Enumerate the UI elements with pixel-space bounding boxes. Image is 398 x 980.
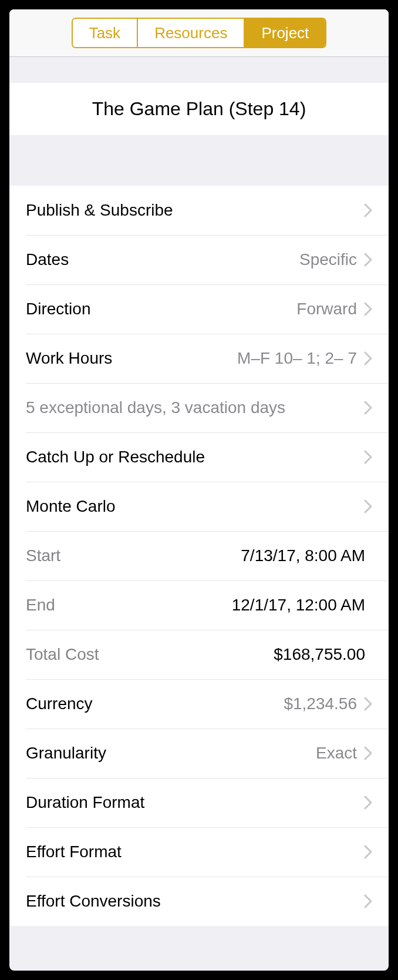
row-currency[interactable]: Currency $1,234.56 bbox=[9, 679, 389, 729]
row-label: Effort Conversions bbox=[26, 892, 364, 911]
row-publish-subscribe[interactable]: Publish & Subscribe bbox=[9, 186, 389, 235]
row-label: Dates bbox=[26, 250, 299, 269]
row-value: Specific bbox=[299, 250, 357, 269]
row-duration-format[interactable]: Duration Format bbox=[9, 778, 389, 827]
row-value: 7/13/17, 8:00 AM bbox=[241, 546, 365, 565]
chevron-right-icon bbox=[364, 351, 372, 365]
row-start: Start 7/13/17, 8:00 AM bbox=[9, 531, 389, 580]
row-value: M–F 10– 1; 2– 7 bbox=[237, 349, 357, 368]
chevron-right-icon bbox=[364, 203, 372, 217]
row-end: End 12/1/17, 12:00 AM bbox=[9, 580, 389, 630]
row-label: Total Cost bbox=[26, 645, 274, 664]
chevron-right-icon bbox=[364, 401, 372, 415]
chevron-right-icon bbox=[364, 253, 372, 267]
row-label: Direction bbox=[26, 300, 296, 318]
tab-project[interactable]: Project bbox=[245, 19, 325, 47]
row-catch-up-reschedule[interactable]: Catch Up or Reschedule bbox=[9, 432, 389, 482]
chevron-right-icon bbox=[364, 302, 372, 316]
settings-group: Publish & Subscribe Dates Specific Direc… bbox=[9, 186, 389, 926]
row-effort-format[interactable]: Effort Format bbox=[9, 827, 389, 877]
row-monte-carlo[interactable]: Monte Carlo bbox=[9, 482, 389, 531]
row-label: Effort Format bbox=[26, 843, 364, 861]
chevron-right-icon bbox=[364, 746, 372, 760]
chevron-right-icon bbox=[364, 697, 372, 711]
row-value: Forward bbox=[296, 300, 357, 318]
row-label: Monte Carlo bbox=[26, 497, 364, 516]
row-work-hours[interactable]: Work Hours M–F 10– 1; 2– 7 bbox=[9, 334, 389, 383]
chevron-right-icon bbox=[364, 796, 372, 810]
chevron-right-icon bbox=[364, 450, 372, 464]
project-inspector-screen: Task Resources Project The Game Plan (St… bbox=[9, 9, 389, 971]
inspector-tab-segmented-control: Task Resources Project bbox=[72, 18, 327, 48]
row-granularity[interactable]: Granularity Exact bbox=[9, 729, 389, 778]
chevron-right-icon bbox=[364, 894, 372, 908]
row-dates[interactable]: Dates Specific bbox=[9, 235, 389, 284]
chevron-right-icon bbox=[364, 499, 372, 514]
row-label: Start bbox=[26, 546, 241, 565]
top-toolbar: Task Resources Project bbox=[9, 9, 389, 57]
row-direction[interactable]: Direction Forward bbox=[9, 284, 389, 334]
row-exceptions[interactable]: 5 exceptional days, 3 vacation days bbox=[9, 383, 389, 432]
row-label: Publish & Subscribe bbox=[26, 201, 364, 220]
row-label: Duration Format bbox=[26, 793, 364, 812]
project-title: The Game Plan (Step 14) bbox=[9, 98, 389, 120]
row-label: Catch Up or Reschedule bbox=[26, 448, 364, 466]
project-title-section: The Game Plan (Step 14) bbox=[9, 83, 389, 135]
row-label: Granularity bbox=[26, 744, 316, 763]
row-label: 5 exceptional days, 3 vacation days bbox=[26, 398, 364, 417]
row-label: Currency bbox=[26, 694, 284, 713]
row-value: 12/1/17, 12:00 AM bbox=[232, 596, 365, 615]
chevron-right-icon bbox=[364, 845, 372, 859]
row-value: Exact bbox=[316, 744, 357, 763]
row-label: Work Hours bbox=[26, 349, 237, 368]
row-label: End bbox=[26, 596, 232, 615]
row-value: $168,755.00 bbox=[274, 645, 365, 664]
tab-task[interactable]: Task bbox=[73, 19, 138, 47]
row-effort-conversions[interactable]: Effort Conversions bbox=[9, 877, 389, 926]
row-value: $1,234.56 bbox=[284, 694, 357, 713]
row-total-cost: Total Cost $168,755.00 bbox=[9, 630, 389, 679]
tab-resources[interactable]: Resources bbox=[138, 19, 245, 47]
